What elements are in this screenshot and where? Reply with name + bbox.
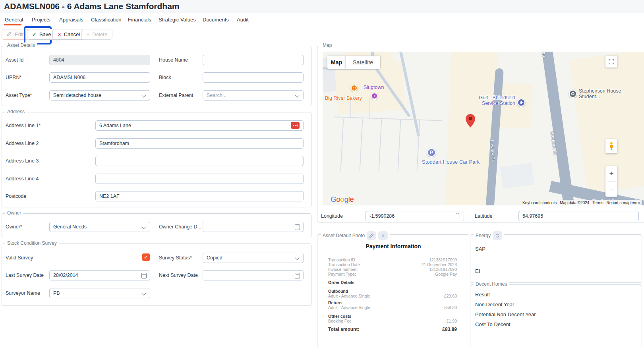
address-line4-field[interactable] (95, 174, 304, 184)
delete-button[interactable]: − Delete (81, 29, 112, 40)
tab-financials[interactable]: Financials (128, 17, 151, 23)
keyboard-shortcuts-link[interactable]: Keyboard shortcuts (521, 200, 558, 205)
tab-projects[interactable]: Projects (32, 17, 50, 23)
refresh-energy-button[interactable] (493, 231, 502, 240)
address-lookup-button[interactable]: ⋯ (291, 122, 300, 129)
map-type-map-button[interactable]: Map (327, 56, 346, 69)
address-line2-field[interactable] (95, 138, 304, 149)
asset-detail-page: { "page": { "title": "ADAMSLN006 - 6 Ada… (0, 0, 644, 348)
remove-photo-button[interactable]: × (378, 231, 388, 240)
energy-legend: Energy (474, 231, 504, 240)
house-name-field[interactable] (203, 55, 304, 65)
fuel-pump-icon (520, 101, 523, 104)
poi-label-gulf-service-station[interactable]: Gulf - ShieldfieldService Station (476, 95, 515, 106)
edit-photo-button[interactable] (367, 231, 376, 240)
poi-label-big-river-bakery[interactable]: Big River Bakery (325, 95, 362, 101)
gas-station-pin-icon[interactable] (517, 99, 525, 106)
location-marker-icon[interactable] (465, 114, 476, 128)
block-field[interactable] (203, 72, 304, 83)
payment-meta-value: 121381917090 (0, 267, 457, 272)
address-line3-label: Address Line 3 (6, 158, 39, 164)
poi-label-stoddart-house-car-park[interactable]: Stoddart House Car Park (422, 159, 480, 165)
parking-line (340, 119, 344, 171)
pegman-button[interactable] (605, 139, 617, 153)
art-gallery-pin-icon[interactable] (371, 93, 378, 99)
cancel-button[interactable]: × Cancel (52, 29, 85, 40)
address-legend: Address (5, 109, 27, 114)
save-button[interactable]: ✓ Save (27, 29, 56, 40)
map-legend: Map (321, 43, 334, 48)
owner-legend: Owner (5, 210, 23, 216)
refresh-icon (495, 233, 500, 238)
payment-info-title: Payment Information (322, 243, 465, 249)
postcode-field[interactable] (95, 191, 304, 201)
asset-type-label: Asset Type* (6, 93, 32, 98)
uprn-field[interactable] (49, 72, 150, 83)
payment-amount: £58.30 (0, 305, 457, 310)
report-map-error-link[interactable]: Report a map error (605, 200, 642, 205)
asset-type-select[interactable]: Semi detached house (49, 90, 150, 101)
house-name-label: House Name (159, 57, 188, 63)
asset-details-legend: Asset Details (5, 43, 37, 48)
google-map[interactable]: Lowery Pl Stoddart St 00 Big River Baker… (323, 52, 644, 205)
ei-label: EI (475, 268, 480, 274)
energy-section: Energy (470, 234, 642, 283)
external-parent-select[interactable]: Search... (203, 90, 304, 101)
parking-line (398, 119, 401, 171)
latitude-label: Latitude (475, 213, 492, 219)
palette-icon (373, 95, 376, 98)
owner-change-date-field[interactable] (203, 222, 304, 232)
tab-documents[interactable]: Documents (203, 17, 229, 23)
zoom-in-button[interactable]: + (605, 166, 617, 181)
map-attribution: Keyboard shortcuts Map data ©2024 Terms … (521, 200, 642, 205)
fork-knife-icon (353, 87, 356, 90)
poi-label-slugtown[interactable]: Slugtown (364, 85, 384, 90)
google-logo[interactable]: Google (331, 195, 354, 204)
check-icon: ✓ (32, 32, 37, 37)
non-decent-year-label: Non Decent Year (475, 302, 514, 307)
tab-appraisals[interactable]: Appraisals (59, 17, 83, 23)
block-label: Block (159, 75, 171, 80)
tab-general[interactable]: General (5, 17, 23, 23)
page-title: ADAMSLN006 - 6 Adams Lane Stamfordham (4, 2, 179, 11)
minus-icon: − (87, 32, 90, 37)
stephenson-house-pin-icon[interactable] (569, 90, 577, 98)
tab-audit[interactable]: Audit (237, 17, 249, 23)
postcode-label: Postcode (6, 193, 26, 199)
tab-strategic-values[interactable]: Strategic Values (159, 17, 196, 23)
external-parent-label: External Parent (159, 93, 193, 98)
copy-icon[interactable] (456, 214, 460, 219)
asset-id-label: Asset Id (6, 57, 23, 63)
payment-section-heading: Outbound (328, 289, 348, 294)
potential-non-decent-year-label: Potential Non Decent Year (475, 311, 536, 317)
terms-link[interactable]: Terms (591, 200, 605, 205)
calendar-icon[interactable] (295, 224, 300, 230)
active-tab-indicator (4, 24, 21, 25)
fullscreen-button[interactable] (605, 56, 617, 68)
parking-pin-icon[interactable]: P (427, 148, 436, 157)
poi-label-stephenson-house[interactable]: Stephenson HouseStudent... (579, 88, 621, 99)
payment-meta-value: 21 December 2023 (0, 262, 457, 267)
longitude-field[interactable]: -1.5990286 (366, 211, 464, 221)
owner-select[interactable]: General Needs (49, 222, 150, 232)
uprn-label: UPRN* (6, 75, 21, 80)
payment-section-heading: Other costs (328, 314, 351, 319)
owner-label: Owner* (6, 224, 22, 230)
survey-legend: Stock Condition Survey (5, 240, 59, 246)
address-line3-field[interactable] (95, 156, 304, 166)
x-icon: × (381, 232, 385, 239)
circle-icon (571, 91, 575, 96)
tab-classification[interactable]: Classification (91, 17, 122, 23)
zoom-out-button[interactable]: − (605, 182, 617, 197)
map-type-satellite-button[interactable]: Satellite (346, 56, 380, 69)
restaurant-pin-icon[interactable] (351, 85, 358, 91)
x-icon: × (58, 31, 61, 37)
latitude-field[interactable] (518, 211, 639, 221)
payment-meta-value: 121381917090 (0, 257, 457, 262)
chevron-down-icon (141, 224, 146, 229)
address-line1-label: Address Line 1* (6, 123, 41, 128)
chevron-down-icon (295, 93, 299, 97)
parking-line (360, 119, 363, 171)
address-line1-field[interactable] (95, 120, 304, 131)
address-line4-label: Address Line 4 (6, 176, 39, 182)
